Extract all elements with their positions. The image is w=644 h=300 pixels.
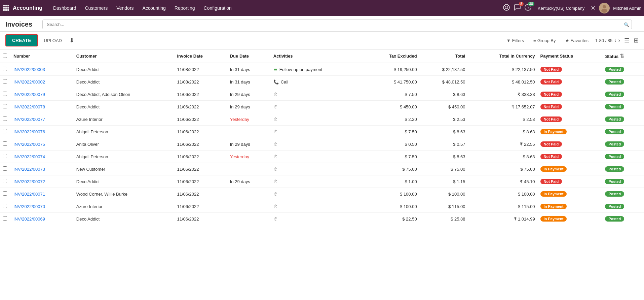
col-due-date[interactable]: Due Date — [227, 49, 271, 63]
row-checkbox[interactable] — [3, 216, 7, 221]
col-payment-status[interactable]: Payment Status — [538, 49, 603, 63]
invoice-number[interactable]: INV/2022/00077 — [11, 113, 74, 126]
row-checkbox[interactable] — [3, 179, 7, 183]
nav-vendors[interactable]: Vendors — [112, 3, 138, 13]
clock-icon[interactable]: 38 — [524, 4, 532, 13]
row-checkbox[interactable] — [3, 92, 7, 96]
filters-button[interactable]: ▼ Filters — [504, 37, 527, 44]
select-all-col[interactable] — [0, 49, 11, 63]
total-currency: ₹ 45.10 — [468, 175, 537, 188]
row-checkbox[interactable] — [3, 191, 7, 196]
col-status[interactable]: Status ⇅ — [602, 49, 644, 63]
upload-button[interactable]: UPLOAD — [41, 36, 65, 45]
status: Posted — [602, 188, 644, 200]
activity-cell[interactable]: ⏱ — [271, 200, 363, 213]
activity-cell[interactable]: ⏱ — [271, 88, 363, 101]
invoice-number[interactable]: INV/2022/00070 — [11, 200, 74, 213]
col-total[interactable]: Total — [420, 49, 468, 63]
row-checkbox-col[interactable] — [0, 175, 11, 188]
apps-icon[interactable] — [3, 4, 9, 12]
nav-dashboard[interactable]: Dashboard — [49, 3, 80, 13]
row-checkbox[interactable] — [3, 204, 7, 208]
customer-name: Azure Interior — [74, 113, 175, 126]
customer-name: New Customer — [74, 163, 175, 175]
row-checkbox[interactable] — [3, 67, 7, 71]
row-checkbox-col[interactable] — [0, 63, 11, 76]
col-tax-excluded[interactable]: Tax Excluded — [363, 49, 420, 63]
row-checkbox[interactable] — [3, 166, 7, 171]
total-currency: $ 8.63 — [468, 126, 537, 138]
invoice-number[interactable]: INV/2022/00071 — [11, 188, 74, 200]
total: $ 1.15 — [420, 175, 468, 188]
col-invoice-date[interactable]: Invoice Date — [174, 49, 227, 63]
row-checkbox-col[interactable] — [0, 200, 11, 213]
create-button[interactable]: CREATE — [5, 34, 38, 46]
row-checkbox[interactable] — [3, 129, 7, 133]
tax-excluded: $ 0.50 — [363, 138, 420, 151]
list-view-button[interactable]: ☰ — [624, 37, 630, 44]
avatar[interactable] — [599, 3, 610, 13]
invoice-number[interactable]: INV/2022/00078 — [11, 101, 74, 113]
favorites-button[interactable]: ★ Favorites — [563, 37, 591, 44]
col-activities[interactable]: Activities — [271, 49, 363, 63]
search-input[interactable] — [42, 20, 632, 29]
col-customer[interactable]: Customer — [74, 49, 175, 63]
payment-status-badge: In Payment — [540, 191, 567, 197]
invoice-number[interactable]: INV/2022/00072 — [11, 175, 74, 188]
activity-cell[interactable]: ⏱ — [271, 175, 363, 188]
row-checkbox[interactable] — [3, 141, 7, 146]
adjust-icon[interactable]: ⇅ — [620, 53, 624, 59]
row-checkbox-col[interactable] — [0, 76, 11, 88]
row-checkbox-col[interactable] — [0, 138, 11, 151]
row-checkbox-col[interactable] — [0, 163, 11, 175]
row-checkbox-col[interactable] — [0, 213, 11, 225]
row-checkbox[interactable] — [3, 154, 7, 158]
total: $ 2.53 — [420, 113, 468, 126]
row-checkbox-col[interactable] — [0, 101, 11, 113]
invoice-number[interactable]: INV/2022/00073 — [11, 163, 74, 175]
row-checkbox-col[interactable] — [0, 126, 11, 138]
activity-cell[interactable]: ⏱ — [271, 163, 363, 175]
invoice-number[interactable]: INV/2022/00075 — [11, 138, 74, 151]
invoice-number[interactable]: INV/2022/00069 — [11, 213, 74, 225]
row-checkbox[interactable] — [3, 116, 7, 121]
nav-accounting[interactable]: Accounting — [139, 3, 170, 13]
nav-customers[interactable]: Customers — [81, 3, 112, 13]
invoice-number[interactable]: INV/2022/00076 — [11, 126, 74, 138]
prev-page-button[interactable]: ‹ — [614, 37, 616, 43]
activity-cell[interactable]: ⏱ — [271, 138, 363, 151]
wrench-icon[interactable]: ✕ — [591, 4, 596, 12]
kanban-view-button[interactable]: ⊞ — [634, 37, 639, 44]
invoice-number[interactable]: INV/2022/00079 — [11, 88, 74, 101]
chat-icon[interactable]: 8 — [514, 4, 521, 13]
activity-cell[interactable]: ⏱ — [271, 126, 363, 138]
activity-cell[interactable]: ⏱ — [271, 188, 363, 200]
nav-configuration[interactable]: Configuration — [200, 3, 236, 13]
search-icon[interactable]: 🔍 — [624, 22, 629, 27]
invoice-number[interactable]: INV/2022/00002 — [11, 76, 74, 88]
activity-cell[interactable]: ⏱ — [271, 101, 363, 113]
nav-reporting[interactable]: Reporting — [171, 3, 199, 13]
invoice-number[interactable]: INV/2022/00003 — [11, 63, 74, 76]
row-checkbox-col[interactable] — [0, 113, 11, 126]
activity-cell[interactable]: 📞Call — [271, 76, 363, 88]
invoice-date: 11/06/2022 — [174, 126, 227, 138]
row-checkbox-col[interactable] — [0, 188, 11, 200]
col-total-currency[interactable]: Total in Currency — [468, 49, 537, 63]
row-checkbox-col[interactable] — [0, 88, 11, 101]
download-button[interactable]: ⬇ — [68, 35, 76, 45]
row-checkbox[interactable] — [3, 104, 7, 108]
groupby-button[interactable]: ≡ Group By — [531, 37, 559, 44]
activity-cell[interactable]: ⏱ — [271, 113, 363, 126]
select-all-checkbox[interactable] — [3, 54, 7, 58]
payment-status: In Payment — [538, 188, 603, 200]
support-icon[interactable] — [503, 4, 510, 13]
activity-cell[interactable]: ☰Follow-up on payment — [271, 63, 363, 76]
row-checkbox-col[interactable] — [0, 151, 11, 163]
activity-cell[interactable]: ⏱ — [271, 151, 363, 163]
col-number[interactable]: Number — [11, 49, 74, 63]
next-page-button[interactable]: › — [618, 37, 620, 43]
invoice-number[interactable]: INV/2022/00074 — [11, 151, 74, 163]
activity-cell[interactable]: ⏱ — [271, 213, 363, 225]
row-checkbox[interactable] — [3, 79, 7, 84]
